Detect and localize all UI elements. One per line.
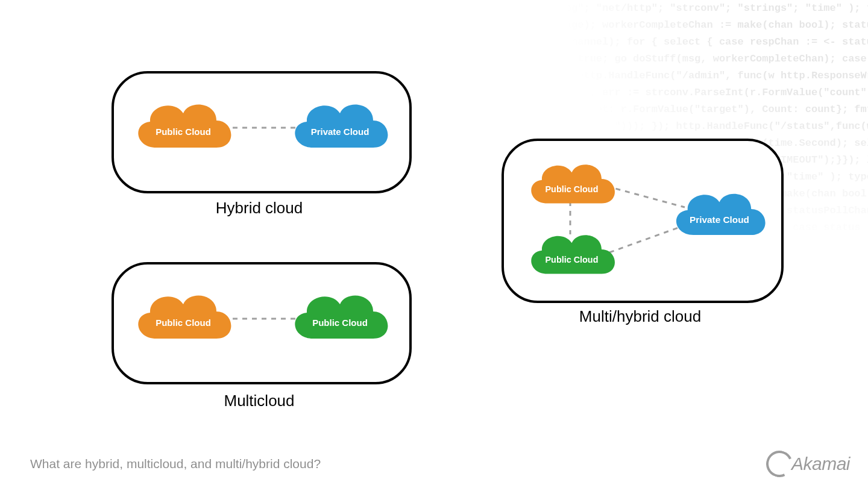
hybrid-cloud-title: Hybrid cloud — [112, 199, 407, 217]
multicloud-title: Multicloud — [112, 392, 407, 410]
svg-text:Private Cloud: Private Cloud — [690, 214, 749, 225]
svg-text:Public Cloud: Public Cloud — [156, 318, 211, 328]
svg-text:Public Cloud: Public Cloud — [546, 255, 599, 264]
cloud-public-green: Public Cloud — [283, 281, 397, 354]
cloud-private-blue-2: Private Cloud — [664, 180, 775, 249]
svg-text:Private Cloud: Private Cloud — [311, 127, 370, 137]
akamai-swoosh-icon — [763, 447, 796, 481]
cloud-public-orange-3: Public Cloud — [519, 152, 624, 217]
hybrid-cloud-panel: Public Cloud Private Cloud — [112, 71, 412, 193]
multihybrid-panel: Public Cloud Public Cloud Private Cloud — [502, 139, 784, 303]
multicloud-panel: Public Cloud Public Cloud — [112, 262, 412, 384]
multihybrid-title: Multi/hybrid cloud — [502, 307, 779, 326]
cloud-public-orange-2: Public Cloud — [126, 281, 241, 354]
brand-logo: Akamai — [766, 451, 850, 477]
slide-caption: What are hybrid, multicloud, and multi/h… — [30, 457, 321, 471]
cloud-public-green-2: Public Cloud — [519, 222, 624, 287]
cloud-private-blue: Private Cloud — [283, 90, 397, 163]
svg-text:Public Cloud: Public Cloud — [156, 127, 211, 137]
brand-name: Akamai — [791, 454, 850, 474]
cloud-public-orange: Public Cloud — [126, 90, 241, 163]
svg-text:Public Cloud: Public Cloud — [546, 184, 599, 194]
svg-text:Public Cloud: Public Cloud — [312, 318, 368, 328]
